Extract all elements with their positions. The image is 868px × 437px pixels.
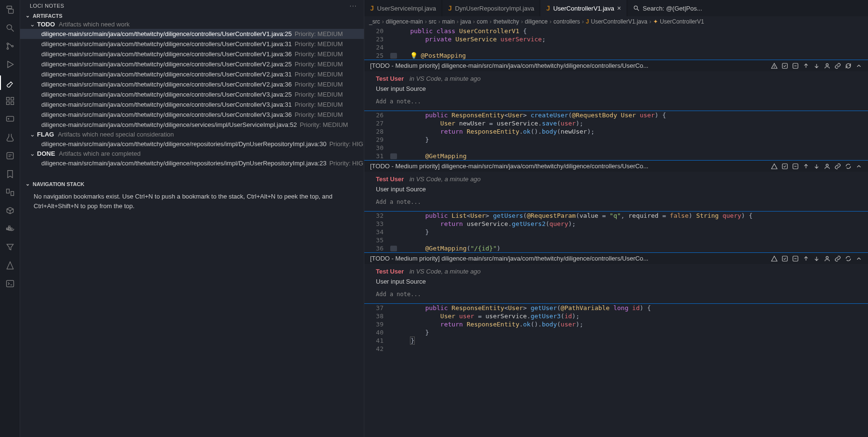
panel-more-icon[interactable]: ···: [350, 3, 357, 9]
artifact-item[interactable]: diligence-main/src/main/java/com/thetwit…: [20, 79, 364, 89]
testing-icon[interactable]: [4, 132, 16, 143]
loci-notes-icon[interactable]: [4, 77, 16, 88]
fold-icon[interactable]: [390, 153, 397, 159]
breadcrumb-item[interactable]: controllers: [553, 18, 580, 25]
artifact-item[interactable]: diligence-main/src/main/java/com/thetwit…: [20, 139, 364, 149]
java-file-icon: J: [586, 18, 589, 25]
refresh-icon[interactable]: [845, 62, 852, 69]
breadcrumb-item[interactable]: java: [460, 18, 471, 25]
section-artifacts[interactable]: ⌄ ARTIFACTS: [20, 12, 364, 20]
warning-icon[interactable]: [771, 62, 778, 69]
search-icon[interactable]: [4, 22, 16, 34]
close-icon[interactable]: ×: [617, 4, 621, 12]
svg-point-4: [7, 43, 8, 44]
arrow-down-icon[interactable]: [813, 255, 820, 262]
editor-tab[interactable]: JUserServiceImpl.java: [364, 0, 442, 16]
check-icon[interactable]: [781, 62, 788, 69]
group-flag[interactable]: ⌄ FLAG Artifacts which need special cons…: [20, 130, 364, 139]
artifact-item[interactable]: diligence-main/src/main/java/com/thetwit…: [20, 29, 364, 39]
chevron-right-icon: ›: [425, 18, 427, 25]
warning-icon[interactable]: [771, 255, 778, 262]
artifact-item[interactable]: diligence-main/src/main/java/com/thetwit…: [20, 49, 364, 59]
fold-icon[interactable]: [390, 246, 397, 251]
svg-rect-14: [7, 152, 13, 159]
artifact-item[interactable]: diligence-main/src/main/java/com/thetwit…: [20, 69, 364, 79]
chevron-right-icon: ›: [457, 18, 459, 25]
section-navstack[interactable]: ⌄ NAVIGATION STACK: [20, 180, 364, 188]
link-icon[interactable]: [834, 255, 841, 262]
breadcrumb-item[interactable]: src: [429, 18, 436, 25]
refresh-icon[interactable]: [845, 255, 852, 262]
person-icon[interactable]: [824, 62, 831, 69]
artifact-item[interactable]: diligence-main/src/main/java/com/thetwit…: [20, 100, 364, 110]
note-block: [TODO - Medium priority] diligence-main/…: [364, 252, 868, 304]
breadcrumb-item[interactable]: com: [477, 18, 488, 25]
filter-icon[interactable]: [4, 241, 16, 253]
references-icon[interactable]: [4, 150, 16, 162]
note-input[interactable]: Add a note...: [364, 287, 868, 303]
note-input[interactable]: Add a note...: [364, 195, 868, 211]
svg-rect-20: [8, 226, 10, 227]
note-author: Test User: [376, 175, 404, 183]
check-icon[interactable]: [781, 255, 788, 262]
lightbulb-icon[interactable]: 💡: [410, 52, 418, 59]
breadcrumb-item[interactable]: UserControllerV1.java: [591, 18, 647, 25]
note-input[interactable]: Add a note...: [364, 94, 868, 111]
editor-tab[interactable]: JUserControllerV1.java×: [540, 0, 627, 16]
source-control-icon[interactable]: [4, 40, 16, 52]
check-icon[interactable]: [781, 163, 788, 170]
fold-icon[interactable]: [390, 53, 397, 59]
minus-icon[interactable]: [792, 62, 799, 69]
chevron-up-icon[interactable]: [856, 62, 862, 69]
azure-icon[interactable]: [4, 260, 16, 271]
chevron-right-icon: ›: [549, 18, 551, 25]
note-title: [TODO - Medium priority] diligence-main/…: [370, 162, 767, 170]
breadcrumb-item[interactable]: diligence-main: [386, 18, 423, 25]
refresh-icon[interactable]: [845, 163, 852, 170]
artifact-item[interactable]: diligence-main/src/main/java/com/thetwit…: [20, 89, 364, 100]
bookmark-icon[interactable]: [4, 168, 16, 180]
link-icon[interactable]: [834, 163, 841, 170]
docker-icon[interactable]: [4, 223, 16, 235]
code-editor[interactable]: 20 public class UserControllerV1 { 23 pr…: [364, 27, 868, 437]
artifact-item[interactable]: diligence-main/src/main/java/com/thetwit…: [20, 59, 364, 69]
breadcrumb[interactable]: _src›diligence-main›src›main›java›com›th…: [364, 16, 868, 27]
minus-icon[interactable]: [792, 255, 799, 262]
minus-icon[interactable]: [792, 163, 799, 170]
chevron-up-icon[interactable]: [856, 255, 862, 262]
svg-point-13: [8, 118, 9, 119]
warning-icon[interactable]: [771, 163, 778, 170]
artifact-item[interactable]: diligence-main/src/main/java/com/thetwit…: [20, 39, 364, 49]
breadcrumb-item[interactable]: diligence: [525, 18, 547, 25]
compare-icon[interactable]: [4, 187, 16, 198]
arrow-down-icon[interactable]: [813, 163, 820, 170]
remote-icon[interactable]: [4, 113, 16, 125]
search-tab[interactable]: Search: @(Get|Pos...: [627, 5, 708, 12]
chevron-up-icon[interactable]: [856, 163, 862, 170]
arrow-up-icon[interactable]: [803, 163, 809, 170]
person-icon[interactable]: [824, 163, 831, 170]
arrow-up-icon[interactable]: [803, 62, 809, 69]
arrow-down-icon[interactable]: [813, 62, 820, 69]
extensions-icon[interactable]: [4, 95, 16, 107]
explorer-icon[interactable]: [4, 4, 16, 15]
terminal-icon[interactable]: [4, 278, 16, 289]
breadcrumb-item[interactable]: _src: [369, 18, 380, 25]
breadcrumb-item[interactable]: thetwitchy: [494, 18, 519, 25]
svg-point-22: [634, 6, 638, 9]
group-done[interactable]: ⌄ DONE Artifacts which are completed: [20, 149, 364, 158]
person-icon[interactable]: [824, 255, 831, 262]
link-icon[interactable]: [834, 62, 841, 69]
group-todo[interactable]: ⌄ TODO Artifacts which need work: [20, 20, 364, 29]
debug-icon[interactable]: [4, 59, 16, 70]
editor-tab[interactable]: JDynUserRepositoryImpl.java: [442, 0, 540, 16]
artifact-item[interactable]: diligence-main/src/main/java/com/thetwit…: [20, 120, 364, 130]
breadcrumb-item[interactable]: main: [442, 18, 455, 25]
note-block: [TODO - Medium priority] diligence-main/…: [364, 160, 868, 212]
project-icon[interactable]: [4, 205, 16, 216]
artifact-item[interactable]: diligence-main/src/main/java/com/thetwit…: [20, 110, 364, 120]
breadcrumb-item[interactable]: UserControllerV1: [660, 18, 704, 25]
arrow-up-icon[interactable]: [803, 255, 809, 262]
activity-bar: [0, 0, 20, 437]
artifact-item[interactable]: diligence-main/src/main/java/com/thetwit…: [20, 158, 364, 168]
